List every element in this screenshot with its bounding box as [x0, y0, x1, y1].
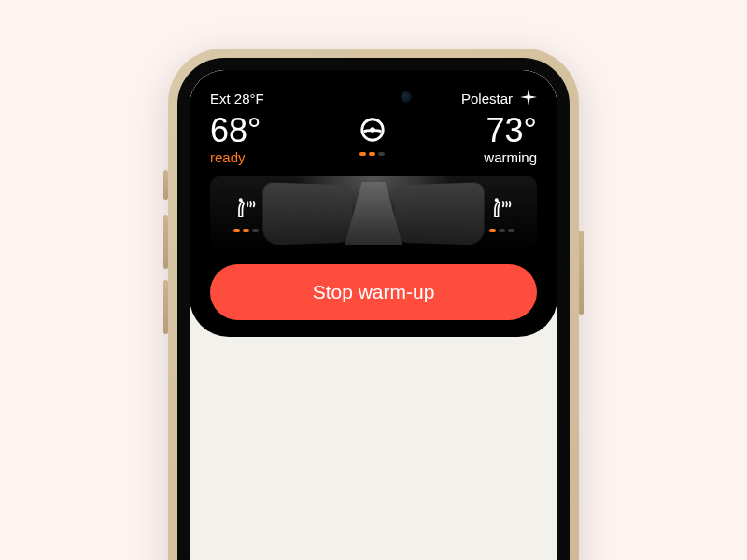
- driver-status: ready: [210, 149, 261, 165]
- driver-seat-heat[interactable]: [233, 195, 259, 232]
- cabin-interior: [210, 176, 537, 251]
- svg-point-2: [239, 198, 243, 202]
- seat-heat-icon: [233, 195, 259, 225]
- svg-point-3: [495, 198, 499, 202]
- phone-screen: Ext 28°F Polestar 68° ready: [190, 70, 557, 560]
- steering-wheel-heat[interactable]: [359, 116, 387, 156]
- driver-temp: 68°: [210, 114, 261, 147]
- passenger-temp-block[interactable]: 73° warming: [484, 114, 537, 165]
- phone-bezel: Ext 28°F Polestar 68° ready: [177, 58, 570, 560]
- phone-frame: Ext 28°F Polestar 68° ready: [168, 49, 579, 560]
- steering-wheel-icon: [359, 116, 387, 147]
- dynamic-island[interactable]: [318, 82, 429, 112]
- mute-switch[interactable]: [163, 170, 168, 200]
- driver-temp-block[interactable]: 68° ready: [210, 114, 261, 165]
- center-console: [345, 182, 402, 245]
- brand-label: Polestar: [461, 89, 537, 108]
- driver-seat-heat-level: [233, 229, 259, 232]
- seat-heat-icon: [488, 195, 514, 225]
- volume-up-button[interactable]: [163, 215, 168, 269]
- passenger-status: warming: [484, 149, 537, 165]
- passenger-seat-heat-level: [489, 229, 514, 232]
- passenger-seat-heat[interactable]: [488, 195, 514, 232]
- power-button[interactable]: [579, 231, 584, 315]
- passenger-temp: 73°: [486, 114, 537, 147]
- wheel-heat-level: [359, 152, 385, 156]
- volume-down-button[interactable]: [163, 280, 168, 334]
- polestar-logo-icon: [520, 89, 537, 108]
- stop-warmup-button[interactable]: Stop warm-up: [210, 264, 537, 320]
- exterior-temp: Ext 28°F: [210, 91, 264, 106]
